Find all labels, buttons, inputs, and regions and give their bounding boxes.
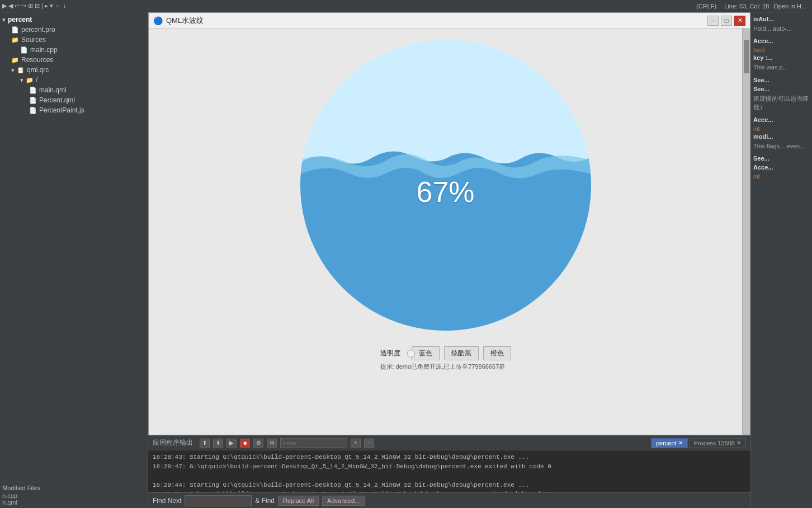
tree-item-qml-qrc[interactable]: ▾ 📋 qml.qrc <box>0 65 148 75</box>
scrollbar-thumb[interactable] <box>744 40 749 73</box>
tree-label-folder: / <box>36 76 37 84</box>
hint-text: 提示: demo已免费开源,已上传至779866667群 <box>380 363 511 371</box>
file-icon-js: 📄 <box>29 107 37 114</box>
output-line-2: 16:28:47: G:\qtquick\build-percent-Deskt… <box>153 462 746 472</box>
maximize-button[interactable]: □ <box>721 16 732 26</box>
wave-circle: 67% <box>300 40 591 331</box>
output-title: 应用程序输出 <box>153 438 193 448</box>
file-icon-percent-qml: 📄 <box>29 97 37 104</box>
right-section-acce3: Acce... int <box>753 164 810 180</box>
output-btn-3[interactable]: ▶ <box>226 439 237 448</box>
tree-item-main-cpp[interactable]: 📄 main.cpp <box>0 45 148 55</box>
tree-item-percent[interactable]: ▾ percent <box>0 15 148 25</box>
modified-files-title: Modified Files <box>2 485 145 491</box>
tab-percent[interactable]: percent ✕ <box>651 438 688 448</box>
close-button[interactable]: ✕ <box>734 16 745 26</box>
right-title-see2: See... <box>753 86 810 92</box>
line-col: Line: 53, Col: 28 <box>724 3 769 10</box>
qml-window: 🔵 QML水波纹 ─ □ ✕ <box>148 12 750 435</box>
output-btn-2[interactable]: ⬇ <box>213 439 223 448</box>
tree-label-main-qml: main.qml <box>39 86 67 94</box>
find-input[interactable] <box>185 495 252 506</box>
tree-label-percent-qml: Percent.qml <box>39 96 75 104</box>
find-next-label: Find Next <box>153 497 181 505</box>
slider-label: 透明度 <box>380 349 403 358</box>
right-section-acce1: Acce... bool <box>753 37 810 53</box>
replace-all-button[interactable]: Replace All <box>278 496 319 506</box>
tree-item-sources[interactable]: 📁 Sources <box>0 35 148 45</box>
qml-titlebar: 🔵 QML水波纹 ─ □ ✕ <box>149 13 750 29</box>
output-btn-1[interactable]: ⬆ <box>200 439 210 448</box>
folder-icon-res: 📁 <box>11 57 19 64</box>
top-toolbar: ▶ ◀ ↩ ↪ ⊞ ⊟ | ▸ ▾ ↔ ↕ (CRLF) Line: 53, C… <box>0 0 812 12</box>
output-line-3 <box>153 471 746 481</box>
right-text-isaut: Hold... auto-... <box>753 25 810 33</box>
tab-process[interactable]: Process 13508 ✕ <box>689 438 746 448</box>
right-panel: isAut... Hold... auto-... Acce... bool k… <box>750 12 812 508</box>
tab-process-label: Process 13508 <box>694 440 735 446</box>
left-panel: ▾ percent 📄 percent.pro 📁 Sources 📄 main… <box>0 12 148 508</box>
right-title-see1: See... <box>753 77 810 83</box>
center-area: 🔵 QML水波纹 ─ □ ✕ <box>148 12 750 508</box>
right-section-key: key :... This was p... <box>753 54 810 72</box>
right-section-see2: See... 速度慢的可以适当降低） <box>753 86 810 112</box>
output-filter-input[interactable] <box>280 438 347 448</box>
slider-row: 透明度 蓝色 炫酷黑 橙色 <box>380 346 511 360</box>
find-bar: Find Next & Find Replace All Advanced... <box>148 492 750 508</box>
tab-process-close[interactable]: ✕ <box>737 440 741 446</box>
tree-item-percent-pro[interactable]: 📄 percent.pro <box>0 25 148 35</box>
folder-icon-slash: 📁 <box>26 77 34 84</box>
tree-item-resources[interactable]: 📁 Resources <box>0 55 148 65</box>
tree-label-sources: Sources <box>21 36 46 44</box>
file-icon-qrc: 📋 <box>17 67 25 74</box>
tree-label-resources: Resources <box>21 56 53 64</box>
tab-percent-label: percent <box>656 440 677 446</box>
color-btn-orange[interactable]: 橙色 <box>483 346 511 360</box>
file-icon-cpp: 📄 <box>20 46 28 54</box>
left-panel-bottom: Modified Files n.cpp n.qml <box>0 482 148 508</box>
expand-icon-folder: ▾ <box>20 77 23 84</box>
tree-label-percent-pro: percent.pro <box>21 26 55 34</box>
tree-item-folder[interactable]: ▾ 📁 / <box>0 75 148 85</box>
qml-window-controls: ─ □ ✕ <box>707 16 745 26</box>
color-btn-blue[interactable]: 蓝色 <box>412 346 440 360</box>
right-keyword-int2: int <box>753 173 810 180</box>
right-keyword-int1: int <box>753 125 810 132</box>
file-icon-main-qml: 📄 <box>29 87 37 94</box>
output-line-1: 16:28:43: Starting G:\qtquick\build-perc… <box>153 453 746 462</box>
right-section-isaut: isAut... Hold... auto-... <box>753 16 810 33</box>
right-title-modi: modi... <box>753 133 810 140</box>
filter-remove-btn[interactable]: − <box>364 439 374 448</box>
tree-label-percent: percent <box>8 16 32 23</box>
right-section-acce2: Acce... int <box>753 116 810 132</box>
tree-item-percentpaint-js[interactable]: 📄 PercentPaint.js <box>0 105 148 115</box>
right-title-acce1: Acce... <box>753 37 810 44</box>
tab-percent-close[interactable]: ✕ <box>678 440 683 446</box>
right-keyword-bool: bool <box>753 46 810 53</box>
right-text-modi: This flags... even... <box>753 142 810 150</box>
output-btn-5[interactable]: ⚙ <box>253 439 263 448</box>
filter-add-btn[interactable]: + <box>351 439 361 448</box>
right-section-see1: See... <box>753 77 810 83</box>
tree-item-main-qml[interactable]: 📄 main.qml <box>0 85 148 95</box>
expand-icon: ▾ <box>2 16 6 23</box>
advanced-button[interactable]: Advanced... <box>322 496 365 506</box>
qml-app-icon: 🔵 <box>153 16 163 25</box>
slider-thumb[interactable] <box>407 350 415 358</box>
output-btn-6[interactable]: ⚙ <box>267 439 277 448</box>
right-text-speed: 速度慢的可以适当降低） <box>753 95 810 112</box>
tab-bar: percent ✕ Process 13508 ✕ <box>651 438 746 448</box>
output-btn-stop[interactable]: ■ <box>240 439 250 448</box>
right-section-see3: See... <box>753 155 810 162</box>
right-title-acce3: Acce... <box>753 164 810 171</box>
color-btn-dark[interactable]: 炫酷黑 <box>444 346 479 360</box>
scrollbar[interactable] <box>742 29 750 435</box>
minimize-button[interactable]: ─ <box>707 16 719 26</box>
find-label: & Find <box>255 497 275 505</box>
qml-title: QML水波纹 <box>166 16 707 26</box>
open-in: Open in H... <box>773 3 806 10</box>
right-title-key: key :... <box>753 54 810 61</box>
tree-item-percent-qml[interactable]: 📄 Percent.qml <box>0 95 148 105</box>
file-icon: 📄 <box>11 26 19 34</box>
tree-label-qml-qrc: qml.qrc <box>27 66 49 74</box>
